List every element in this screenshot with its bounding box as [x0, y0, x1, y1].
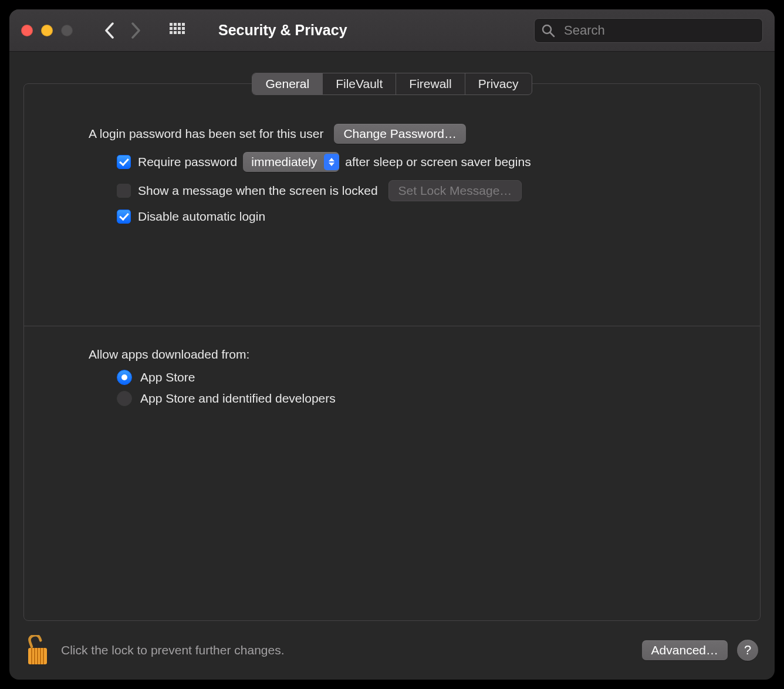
tab-bar: General FileVault Firewall Privacy [23, 73, 761, 95]
show-message-checkbox[interactable] [117, 184, 131, 198]
allow-apps-heading: Allow apps downloaded from: [89, 347, 695, 362]
nav-arrows [104, 22, 141, 39]
allow-apps-heading-text: Allow apps downloaded from: [89, 347, 249, 362]
allow-apps-radio-group: App Store App Store and identified devel… [89, 370, 695, 406]
require-password-row: Require password immediately after sleep… [117, 152, 695, 172]
disable-auto-login-checkbox[interactable] [117, 210, 131, 224]
toolbar: Security & Privacy [9, 9, 775, 52]
radio-row-identified: App Store and identified developers [117, 391, 695, 406]
svg-rect-6 [178, 27, 181, 30]
svg-rect-5 [174, 27, 177, 30]
tab-firewall[interactable]: Firewall [396, 73, 465, 94]
close-button[interactable] [21, 25, 33, 36]
svg-rect-3 [182, 23, 185, 26]
tab-filevault[interactable]: FileVault [323, 73, 396, 94]
login-password-row: A login password has been set for this u… [89, 124, 695, 144]
minimize-button[interactable] [41, 25, 53, 36]
back-button[interactable] [104, 22, 114, 39]
show-message-row: Show a message when the screen is locked… [117, 180, 695, 201]
advanced-button[interactable]: Advanced… [642, 640, 728, 660]
footer-right: Advanced… ? [631, 640, 758, 661]
window-title: Security & Privacy [218, 22, 347, 39]
radio-identified-developers[interactable] [117, 391, 132, 406]
radio-app-store[interactable] [117, 370, 132, 385]
tab-general[interactable]: General [252, 73, 323, 94]
svg-rect-8 [170, 31, 173, 34]
svg-rect-9 [174, 31, 177, 34]
svg-line-13 [550, 32, 555, 36]
search-wrap [534, 18, 763, 43]
require-password-delay-value: immediately [251, 155, 317, 169]
login-options: Require password immediately after sleep… [89, 152, 695, 224]
require-password-after-text: after sleep or screen saver begins [345, 155, 530, 169]
svg-rect-2 [178, 23, 181, 26]
window-controls [21, 25, 73, 36]
content-area: General FileVault Firewall Privacy A log… [9, 52, 775, 621]
select-stepper-icon [324, 154, 339, 170]
search-input[interactable] [534, 18, 763, 43]
preferences-window: Security & Privacy General FileVault Fir… [9, 9, 775, 680]
gatekeeper-section: Allow apps downloaded from: App Store Ap… [24, 326, 760, 412]
login-section: A login password has been set for this u… [24, 112, 760, 232]
require-password-label: Require password [138, 155, 237, 169]
svg-rect-19 [43, 648, 44, 664]
svg-rect-18 [40, 648, 41, 664]
svg-rect-17 [37, 648, 38, 664]
change-password-button[interactable]: Change Password… [334, 124, 466, 144]
svg-rect-10 [178, 31, 181, 34]
require-password-delay-select[interactable]: immediately [243, 152, 339, 172]
disable-auto-login-row: Disable automatic login [117, 210, 695, 224]
require-password-checkbox[interactable] [117, 155, 131, 169]
svg-rect-16 [34, 648, 35, 664]
svg-rect-7 [182, 27, 185, 30]
tab-privacy[interactable]: Privacy [465, 73, 532, 94]
search-icon [541, 23, 555, 38]
svg-rect-4 [170, 27, 173, 30]
svg-rect-0 [170, 23, 173, 26]
show-all-button[interactable] [169, 22, 185, 39]
general-panel: A login password has been set for this u… [23, 83, 761, 621]
radio-identified-label: App Store and identified developers [140, 391, 336, 406]
lock-hint-text: Click the lock to prevent further change… [61, 643, 285, 657]
footer: Click the lock to prevent further change… [9, 621, 775, 680]
radio-app-store-label: App Store [140, 370, 195, 384]
svg-rect-11 [182, 31, 185, 34]
set-lock-message-button: Set Lock Message… [388, 180, 522, 201]
svg-rect-15 [31, 648, 32, 664]
help-button[interactable]: ? [737, 640, 758, 661]
login-password-text: A login password has been set for this u… [89, 127, 323, 141]
svg-rect-1 [174, 23, 177, 26]
lock-icon[interactable] [26, 635, 49, 666]
disable-auto-login-label: Disable automatic login [138, 210, 265, 224]
tab-group: General FileVault Firewall Privacy [252, 73, 532, 95]
zoom-button [61, 25, 73, 36]
forward-button [131, 22, 141, 39]
show-message-label: Show a message when the screen is locked [138, 184, 378, 198]
radio-row-app-store: App Store [117, 370, 695, 385]
